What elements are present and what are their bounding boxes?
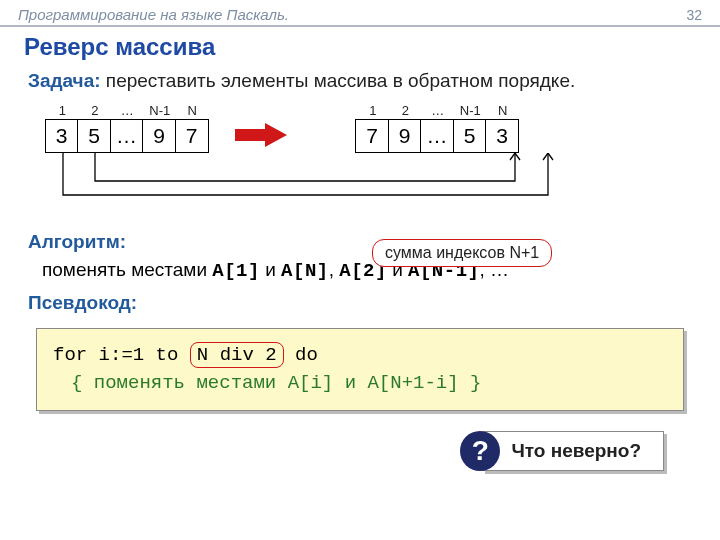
idx: 1 [369, 103, 376, 119]
arrays-diagram: 13 25 …… N-19 N7 17 29 …… N-15 N3 [28, 103, 692, 173]
cell: 3 [45, 119, 79, 153]
idx: N [188, 103, 197, 119]
idx: N-1 [460, 103, 481, 119]
idx: N-1 [149, 103, 170, 119]
algo-label: Алгоритм: [28, 231, 126, 252]
idx: 1 [59, 103, 66, 119]
slide-title: Реверс массива [0, 31, 720, 69]
pseudocode-label: Псевдокод: [28, 292, 692, 314]
task-body: переставить элементы массива в обратном … [101, 70, 576, 91]
idx: … [431, 103, 444, 119]
question-box: Что неверно? [482, 431, 664, 471]
connector-lines [46, 153, 606, 209]
expr: A[N] [281, 260, 329, 282]
cell: 5 [77, 119, 111, 153]
divider [0, 25, 720, 27]
header-title: Программирование на языке Паскаль. [18, 6, 289, 23]
arrow-icon [235, 123, 287, 147]
task-label: Задача: [28, 70, 101, 91]
content: Задача: переставить элементы массива в о… [0, 69, 720, 471]
header: Программирование на языке Паскаль. 32 [0, 0, 720, 25]
slide: Программирование на языке Паскаль. 32 Ре… [0, 0, 720, 540]
cell: 7 [175, 119, 209, 153]
cell: … [110, 119, 144, 153]
page-number: 32 [686, 7, 702, 23]
swap-text: поменять местами [42, 259, 212, 280]
callout-bubble: сумма индексов N+1 [372, 239, 552, 267]
boxed-expr: N div 2 [190, 342, 284, 368]
expr: A[1] [212, 260, 260, 282]
cell: 7 [355, 119, 389, 153]
idx: 2 [402, 103, 409, 119]
cell: … [420, 119, 454, 153]
cell: 5 [453, 119, 487, 153]
question-row: ? Что неверно? [28, 431, 664, 471]
task-text: Задача: переставить элементы массива в о… [28, 69, 692, 93]
code-line-2: { поменять местами A[i] и A[N+1-i] } [71, 369, 667, 398]
cell: 9 [142, 119, 176, 153]
array-left: 13 25 …… N-19 N7 [46, 103, 209, 153]
idx: N [498, 103, 507, 119]
swap-line: поменять местами A[1] и A[N], A[2] и A[N… [42, 259, 692, 282]
idx: 2 [91, 103, 98, 119]
svg-marker-0 [235, 123, 287, 147]
code-line-1: for i:=1 to N div 2 do [53, 341, 667, 370]
code-block: for i:=1 to N div 2 do { поменять местам… [36, 328, 684, 411]
array-right: 17 29 …… N-15 N3 [357, 103, 520, 153]
idx: … [121, 103, 134, 119]
cell: 9 [388, 119, 422, 153]
algorithm-label: Алгоритм: [28, 231, 692, 253]
cell: 3 [485, 119, 519, 153]
question-mark-icon: ? [460, 431, 500, 471]
